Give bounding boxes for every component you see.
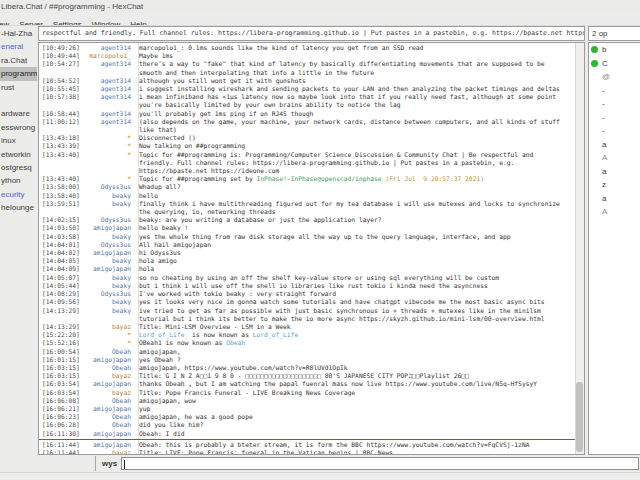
nick[interactable]: Obeah bbox=[83, 364, 135, 372]
nick[interactable]: amigojapan bbox=[83, 265, 135, 273]
message-text: Obeah: I did bbox=[135, 430, 575, 438]
user-list-item[interactable]: - bbox=[589, 97, 640, 111]
user-list-item[interactable]: A bbox=[589, 151, 640, 165]
message-text: finally think i have multithreading figu… bbox=[135, 200, 575, 216]
sidebar-item-esswrong[interactable]: esswrong bbox=[0, 121, 37, 134]
nick[interactable]: Odyss3us bbox=[83, 241, 135, 249]
menu-help[interactable]: Help bbox=[125, 19, 151, 26]
user-list-item[interactable]: A bbox=[589, 205, 640, 219]
channel-tree[interactable]: -Hal-Zhaeneralra.Chatprogrammrustardware… bbox=[0, 27, 37, 455]
chat-scrollbar[interactable] bbox=[575, 43, 584, 454]
nick[interactable]: amigojapan bbox=[83, 380, 135, 388]
nick[interactable]: amigojapan bbox=[83, 430, 135, 438]
nick[interactable]: bayaz bbox=[83, 449, 135, 455]
menu-view[interactable]: View bbox=[0, 19, 14, 26]
timestamp: [13:43:39] bbox=[39, 142, 83, 150]
sidebar-item-helounge[interactable]: helounge bbox=[0, 201, 37, 214]
nick[interactable]: amigojapan bbox=[83, 224, 135, 232]
nick[interactable]: bayaz bbox=[83, 389, 135, 397]
sidebar-item-ra.Chat[interactable]: ra.Chat bbox=[0, 54, 37, 67]
nick[interactable]: beaky bbox=[83, 282, 135, 290]
menu-settings[interactable]: Settings bbox=[48, 19, 87, 26]
chat-message: [13:43:39]*Now talking on ##programming bbox=[39, 142, 575, 150]
message-text: but i think i will use off the shell io … bbox=[135, 282, 575, 290]
message-text: so no cheating by using an off the shelf… bbox=[135, 274, 575, 282]
nick[interactable]: bayaz bbox=[83, 323, 135, 331]
chat-message: [14:02:15]Odyss3usbeaky: are you writing… bbox=[39, 216, 575, 224]
sidebar-item-ython[interactable]: ython bbox=[0, 174, 37, 187]
nick[interactable]: Odyss3us bbox=[83, 216, 135, 224]
sidebar-item-rust[interactable]: rust bbox=[0, 81, 37, 94]
nick[interactable]: beaky bbox=[83, 233, 135, 241]
user-list-item[interactable]: a bbox=[589, 138, 640, 152]
nick[interactable]: amigojapan bbox=[83, 441, 135, 449]
nick[interactable]: beaky bbox=[83, 192, 135, 200]
chat-area[interactable]: [10:49:26]agent314marcopolo1_: 0.1ms sou… bbox=[38, 42, 585, 455]
chat-scrollbar-thumb[interactable] bbox=[576, 382, 583, 452]
user-list-item[interactable]: a bbox=[589, 192, 640, 206]
user-nick: - bbox=[602, 124, 605, 138]
user-list[interactable]: bC@----aAazaA bbox=[588, 42, 640, 455]
user-list-item[interactable]: - bbox=[589, 84, 640, 98]
nick[interactable]: Odyss3us bbox=[83, 183, 135, 191]
nick[interactable]: amigojapan bbox=[83, 405, 135, 413]
message-input[interactable] bbox=[121, 457, 639, 470]
nick[interactable]: Obeah bbox=[83, 413, 135, 421]
nick[interactable]: agent314 bbox=[83, 44, 135, 52]
nick[interactable]: agent314 bbox=[83, 118, 135, 134]
own-nick-label[interactable]: wys bbox=[96, 459, 121, 468]
nick[interactable]: agent314 bbox=[83, 60, 135, 76]
nick[interactable]: Obeah bbox=[83, 348, 135, 356]
user-list-item[interactable]: - bbox=[589, 124, 640, 138]
nick[interactable]: amigojapan bbox=[83, 249, 135, 257]
timestamp: [13:43:40] bbox=[39, 151, 83, 176]
nick[interactable]: agent314 bbox=[83, 85, 135, 93]
nick[interactable]: Odyss3us bbox=[83, 290, 135, 298]
menu-server[interactable]: Server bbox=[14, 19, 48, 26]
sidebar-item-ardware[interactable]: ardware bbox=[0, 107, 37, 120]
nick[interactable]: * bbox=[83, 339, 135, 347]
nick[interactable]: beaky bbox=[83, 274, 135, 282]
message-text: amigojapan, he was a good pope bbox=[135, 413, 575, 421]
nick[interactable]: beaky bbox=[83, 200, 135, 216]
user-list-item[interactable]: @ bbox=[589, 70, 640, 84]
sidebar-item--Hal-Zha[interactable]: -Hal-Zha bbox=[0, 27, 37, 40]
nick[interactable]: Obeah bbox=[83, 421, 135, 429]
sidebar-item-eneral[interactable]: eneral bbox=[0, 40, 37, 53]
menu-bar: ViewServerSettingsWindowHelp bbox=[0, 13, 640, 26]
nick[interactable]: beaky bbox=[83, 307, 135, 323]
nick[interactable]: amigojapan bbox=[83, 356, 135, 364]
topic-bar[interactable]: respectful and friendly. Full channel ru… bbox=[38, 26, 585, 41]
user-list-item[interactable]: a bbox=[589, 165, 640, 179]
nick[interactable]: agent314 bbox=[83, 110, 135, 118]
sidebar-item-ostgresq[interactable]: ostgresq bbox=[0, 161, 37, 174]
message-text: you'll probably get 1ms ping if on RJ45 … bbox=[135, 110, 575, 118]
nick[interactable]: beaky bbox=[83, 257, 135, 265]
nick[interactable]: beaky bbox=[83, 298, 135, 306]
text-caret bbox=[124, 460, 125, 469]
sidebar-item-programm[interactable]: programm bbox=[0, 67, 37, 80]
timestamp: [16:11:30] bbox=[39, 430, 83, 438]
nick[interactable]: marcopolo1_ bbox=[83, 52, 135, 60]
nick[interactable]: * bbox=[83, 175, 135, 183]
timestamp: [16:00:54] bbox=[39, 348, 83, 356]
timestamp: [14:02:15] bbox=[39, 216, 83, 224]
nick[interactable]: * bbox=[83, 331, 135, 339]
sidebar-item-etworkin[interactable]: etworkin bbox=[0, 148, 37, 161]
user-list-item[interactable]: b bbox=[589, 43, 640, 57]
nick[interactable]: agent314 bbox=[83, 77, 135, 85]
nick[interactable]: agent314 bbox=[83, 93, 135, 109]
user-nick: b bbox=[602, 43, 606, 57]
sidebar-item-inux[interactable]: inux bbox=[0, 134, 37, 147]
chat-message: [16:03:15]Obeahamigojapan, https://www.y… bbox=[39, 364, 575, 372]
sidebar-item-ecurity[interactable]: ecurity bbox=[0, 188, 37, 201]
user-list-item[interactable]: C bbox=[589, 57, 640, 71]
nick[interactable]: * bbox=[83, 142, 135, 150]
user-list-item[interactable]: z bbox=[589, 178, 640, 192]
nick[interactable]: Obeah bbox=[83, 397, 135, 405]
nick[interactable]: bayaz bbox=[83, 372, 135, 380]
nick[interactable]: * bbox=[83, 151, 135, 176]
user-list-item[interactable]: - bbox=[589, 111, 640, 125]
nick[interactable]: * bbox=[83, 134, 135, 142]
menu-window[interactable]: Window bbox=[87, 19, 125, 26]
